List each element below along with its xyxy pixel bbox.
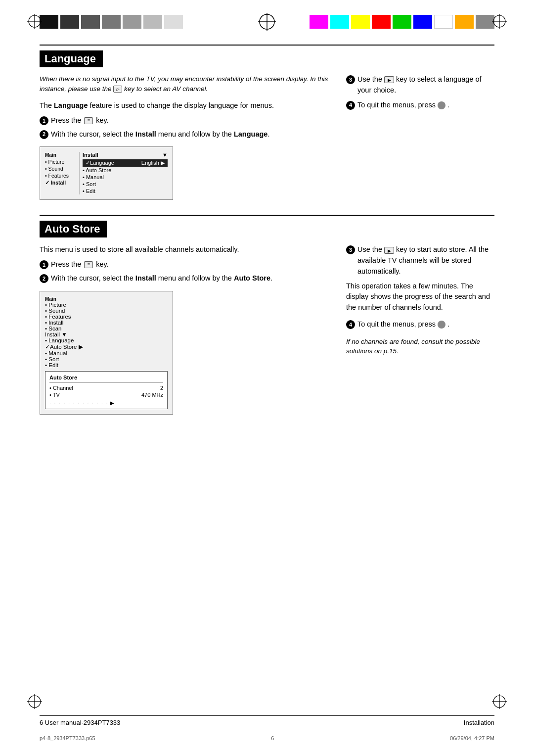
bar-left	[40, 15, 183, 29]
as-sidebar-picture: • Picture	[45, 302, 77, 308]
as-arrow-key-icon: ▶	[384, 247, 394, 254]
step-circle-3: 3	[346, 75, 355, 84]
autostore-two-col: This menu is used to store all available…	[40, 244, 494, 414]
as-language-item: • Language	[45, 337, 168, 343]
color-block	[40, 15, 58, 29]
language-step4-text: To quit the menus, press .	[357, 100, 494, 111]
crosshair-right	[492, 14, 507, 29]
as-sidebar-main: Main	[45, 296, 77, 302]
bottom-right: 06/29/04, 4:27 PM	[450, 735, 494, 741]
section-divider	[40, 45, 494, 46]
step-circle-4: 4	[346, 101, 355, 110]
autostore-screen: Main • Picture • Sound • Features • Inst…	[40, 291, 173, 415]
color-block	[123, 15, 141, 29]
autostore-step3-text: Use the ▶ key to start auto store. All t…	[357, 244, 494, 277]
install-arrow: ▼	[162, 152, 168, 158]
bottom-left: p4-8_2934PT7333.p65	[40, 735, 95, 741]
language-step3: 3 Use the ▶ key to select a language of …	[346, 74, 494, 96]
color-block	[102, 15, 121, 29]
footer-right: Installation	[464, 719, 494, 726]
as-screen-sidebar-left: Main • Picture • Sound • Features • Inst…	[45, 296, 77, 331]
language-step1-text: Press the key.	[51, 115, 331, 126]
as-tv-value: 470 MHz	[141, 392, 163, 398]
as-quit-key-icon	[438, 321, 445, 329]
autostore-col-right: 3 Use the ▶ key to start auto store. All…	[346, 244, 494, 414]
screen-sidebar-left: Main • Picture • Sound • Features ✓ Inst…	[45, 152, 80, 194]
language-col-left: When there is no signal input to the TV,…	[40, 74, 331, 200]
top-color-bars	[40, 15, 494, 29]
language-step4: 4 To quit the menus, press .	[346, 100, 494, 111]
as-progress-bar: · · · · · · · · · · · · · ▶	[49, 400, 163, 406]
color-block-blue	[413, 15, 432, 29]
autostore-step2: 2 With the cursor, select the Install me…	[40, 273, 331, 284]
autostore-title: Auto Store	[40, 221, 107, 237]
page-footer: 6 User manual-2934PT7333 Installation	[40, 715, 494, 726]
as-tv-label: • TV	[49, 392, 60, 398]
color-block-cyan	[330, 15, 349, 29]
as-progress-arrow: ▶	[110, 400, 114, 406]
as-install-label: Install	[45, 331, 60, 337]
screen-edit: • Edit	[83, 188, 168, 194]
sidebar-main-label: Main	[45, 152, 77, 158]
language-value: English ▶	[141, 160, 165, 166]
screen-manual: • Manual	[83, 174, 168, 181]
language-italic-note: When there is no signal input to the TV,…	[40, 74, 331, 94]
as-autostore-check: ✓Auto Store	[45, 344, 77, 350]
screen-install-title: Install ▼	[83, 152, 168, 158]
autostore-col-left: This menu is used to store all available…	[40, 244, 331, 414]
sidebar-sound: • Sound	[45, 165, 77, 172]
as-sidebar-install: • Install	[45, 320, 77, 326]
quit-key-icon	[438, 101, 445, 109]
bar-right	[310, 15, 494, 29]
bottom-bar: p4-8_2934PT7333.p65 6 06/29/04, 4:27 PM	[40, 735, 494, 741]
screen-main-area: Install ▼ ✓Language English ▶ • Auto Sto…	[83, 152, 168, 194]
screen-sort: • Sort	[83, 181, 168, 188]
as-channel-label: • Channel	[49, 385, 73, 391]
color-block	[81, 15, 100, 29]
autostore-step4: 4 To quit the menus, press .	[346, 319, 494, 330]
as-sidebar-sound: • Sound	[45, 308, 77, 314]
color-block-white	[434, 15, 453, 29]
as-menu-key-icon	[84, 261, 93, 268]
autostore-step3-detail: This operation takes a few minutes. The …	[346, 281, 494, 313]
sidebar-picture: • Picture	[45, 158, 77, 165]
color-block	[143, 15, 162, 29]
as-step-circle-1: 1	[40, 260, 48, 269]
as-edit: • Edit	[45, 362, 168, 368]
color-block-orange	[455, 15, 474, 29]
screen-language-row: ✓Language English ▶	[83, 159, 168, 167]
color-block-red	[372, 15, 391, 29]
language-step3-text: Use the ▶ key to select a language of yo…	[357, 74, 494, 96]
color-block-green	[393, 15, 411, 29]
color-block-magenta	[310, 15, 328, 29]
crosshair-left	[27, 14, 42, 29]
as-sort: • Sort	[45, 356, 168, 362]
as-autostore-row: ✓Auto Store ▶	[45, 343, 168, 350]
color-block-yellow	[351, 15, 370, 29]
autostore-section: Auto Store This menu is used to store al…	[40, 215, 494, 414]
as-step-circle-2: 2	[40, 274, 48, 283]
autostore-para: This menu is used to store all available…	[40, 244, 331, 255]
autostore-step2-text: With the cursor, select the Install menu…	[51, 273, 331, 284]
language-two-col: When there is no signal input to the TV,…	[40, 74, 494, 200]
as-autostore-arrow: ▶	[79, 344, 83, 350]
as-sub-title: Auto Store	[49, 375, 163, 382]
autostore-step4-text: To quit the menus, press .	[357, 319, 494, 330]
as-channel-value: 2	[160, 385, 163, 391]
as-sidebar-scan: • Scan	[45, 326, 77, 331]
crosshair-top	[258, 13, 276, 31]
as-channel-row: • Channel 2	[49, 384, 163, 391]
as-step-circle-4: 4	[346, 320, 355, 329]
autostore-step3: 3 Use the ▶ key to start auto store. All…	[346, 244, 494, 277]
color-block	[60, 15, 79, 29]
autostore-divider	[40, 215, 494, 216]
screen-autostore: • Auto Store	[83, 167, 168, 174]
language-step2-text: With the cursor, select the Install menu…	[51, 129, 331, 140]
sidebar-install: ✓ Install	[45, 179, 77, 186]
menu-key-icon	[84, 117, 93, 124]
language-section: Language When there is no signal input t…	[40, 45, 494, 200]
page-content: Language When there is no signal input t…	[40, 45, 494, 707]
as-sidebar-features: • Features	[45, 314, 77, 320]
footer-left: 6 User manual-2934PT7333	[40, 719, 120, 726]
step-circle-2: 2	[40, 130, 48, 139]
